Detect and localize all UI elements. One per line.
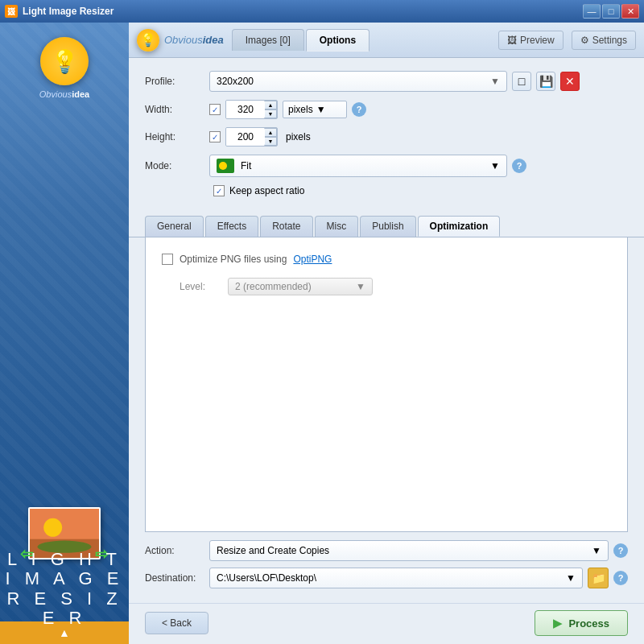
sidebar: 💡 Obviousidea ⇦ ⇨ bbox=[0, 23, 129, 644]
header: 💡 Obviousidea Images [0] Options 🖼 Previ… bbox=[129, 23, 644, 58]
optimize-label: Optimize PNG files using bbox=[180, 254, 287, 265]
tab-optimization[interactable]: Optimization bbox=[418, 216, 501, 237]
settings-icon: ⚙ bbox=[580, 35, 589, 46]
browse-folder-button[interactable]: 📁 bbox=[588, 568, 609, 588]
tab-general[interactable]: General bbox=[145, 216, 204, 237]
destination-input[interactable]: C:\Users\LOF\Desktop\ ▼ bbox=[209, 568, 583, 588]
tab-images[interactable]: Images [0] bbox=[232, 29, 304, 51]
tab-options[interactable]: Options bbox=[306, 29, 369, 52]
minimize-button[interactable]: — bbox=[583, 4, 601, 19]
settings-button[interactable]: ⚙ Settings bbox=[572, 31, 636, 50]
height-checkbox[interactable]: ✓ bbox=[209, 131, 221, 142]
destination-value: C:\Users\LOF\Desktop\ bbox=[217, 572, 316, 584]
height-value: 200 bbox=[237, 131, 254, 142]
header-logo: 💡 Obviousidea bbox=[137, 29, 224, 52]
level-value: 2 (recommended) bbox=[235, 281, 312, 292]
height-unit-label: pixels bbox=[286, 131, 311, 142]
dropdown-arrow-icon: ▼ bbox=[490, 76, 500, 87]
mode-thumbnail bbox=[217, 159, 234, 173]
header-logo-icon: 💡 bbox=[137, 29, 159, 52]
sidebar-logo: 💡 Obviousidea bbox=[39, 37, 89, 100]
height-spinner: ▲ ▼ bbox=[264, 128, 277, 146]
aspect-ratio-checkbox[interactable]: ✓ bbox=[213, 185, 225, 196]
destination-controls: C:\Users\LOF\Desktop\ ▼ 📁 ? bbox=[209, 568, 628, 588]
level-row: Level: 2 (recommended) ▼ bbox=[162, 278, 611, 295]
back-button[interactable]: < Back bbox=[145, 612, 208, 634]
profile-row: Profile: 320x200 ▼ □ 💾 ✕ bbox=[145, 71, 628, 92]
sidebar-text-logo: L I G H T I M A G E R E S I Z E R bbox=[0, 550, 129, 628]
header-brand: Obviousidea bbox=[164, 34, 224, 46]
width-label: Width: bbox=[145, 104, 209, 115]
optimization-panel: Optimize PNG files using OptiPNG Level: … bbox=[145, 237, 628, 532]
tab-rotate[interactable]: Rotate bbox=[260, 216, 312, 237]
tab-effects[interactable]: Effects bbox=[205, 216, 258, 237]
action-bar: < Back ▶ Process bbox=[129, 603, 644, 644]
maximize-button[interactable]: □ bbox=[602, 4, 620, 19]
brand-resizer: R E S I Z E R bbox=[0, 589, 129, 628]
preview-button[interactable]: 🖼 Preview bbox=[498, 31, 564, 50]
optipng-link[interactable]: OptiPNG bbox=[293, 254, 332, 265]
destination-help-icon[interactable]: ? bbox=[613, 571, 628, 585]
profile-controls: 320x200 ▼ □ 💾 ✕ bbox=[209, 71, 580, 92]
action-row: Action: Resize and Create Copies ▼ ? bbox=[145, 540, 628, 561]
destination-row: Destination: C:\Users\LOF\Desktop\ ▼ 📁 ? bbox=[145, 568, 628, 588]
height-down-button[interactable]: ▼ bbox=[264, 137, 277, 146]
height-up-button[interactable]: ▲ bbox=[264, 128, 277, 137]
unit-arrow-icon: ▼ bbox=[316, 104, 326, 115]
width-input[interactable]: 320 bbox=[226, 101, 265, 118]
aspect-ratio-label: Keep aspect ratio bbox=[229, 185, 304, 196]
width-unit-dropdown[interactable]: pixels ▼ bbox=[283, 101, 347, 118]
delete-profile-button[interactable]: ✕ bbox=[560, 72, 580, 91]
width-help-icon[interactable]: ? bbox=[352, 102, 366, 117]
mode-value: Fit bbox=[241, 160, 251, 171]
header-right: 🖼 Preview ⚙ Settings bbox=[498, 31, 636, 50]
new-profile-button[interactable]: □ bbox=[512, 72, 531, 91]
process-button[interactable]: ▶ Process bbox=[535, 610, 628, 636]
action-arrow-icon: ▼ bbox=[592, 545, 601, 556]
width-controls: ✓ 320 ▲ ▼ pixels ▼ ? bbox=[209, 100, 366, 119]
mode-arrow-icon: ▼ bbox=[490, 160, 500, 171]
brand-idea: idea bbox=[72, 89, 89, 99]
level-arrow-icon: ▼ bbox=[356, 281, 365, 292]
tab-misc[interactable]: Misc bbox=[315, 216, 359, 237]
optimize-png-checkbox[interactable] bbox=[162, 254, 173, 265]
mode-dropdown[interactable]: Fit ▼ bbox=[209, 155, 507, 177]
brand-image: I M A G E bbox=[0, 569, 129, 588]
preview-icon: 🖼 bbox=[507, 35, 517, 46]
destination-label: Destination: bbox=[145, 572, 209, 584]
mode-help-icon[interactable]: ? bbox=[512, 159, 526, 173]
save-profile-button[interactable]: 💾 bbox=[536, 72, 555, 91]
action-help-icon[interactable]: ? bbox=[613, 543, 628, 558]
chevron-up-icon: ▲ bbox=[59, 626, 70, 639]
width-down-button[interactable]: ▼ bbox=[264, 109, 277, 118]
action-dropdown[interactable]: Resize and Create Copies ▼ bbox=[209, 540, 609, 561]
width-row: Width: ✓ 320 ▲ ▼ pixels ▼ bbox=[145, 100, 628, 119]
app-body: 💡 Obviousidea ⇦ ⇨ bbox=[0, 23, 644, 644]
action-value: Resize and Create Copies bbox=[217, 545, 329, 556]
width-unit-value: pixels bbox=[288, 104, 313, 115]
height-input[interactable]: 200 bbox=[226, 128, 265, 146]
level-label: Level: bbox=[180, 281, 220, 292]
folder-icon: 📁 bbox=[592, 572, 605, 584]
app-icon: 🖼 bbox=[5, 5, 18, 18]
svg-point-1 bbox=[43, 518, 62, 537]
tab-publish[interactable]: Publish bbox=[360, 216, 415, 237]
width-value: 320 bbox=[237, 104, 254, 115]
save-icon: 💾 bbox=[539, 75, 553, 88]
width-up-button[interactable]: ▲ bbox=[264, 101, 277, 109]
brand-light: L I G H T bbox=[0, 550, 129, 569]
width-checkbox[interactable]: ✓ bbox=[209, 104, 221, 115]
form-area: Profile: 320x200 ▼ □ 💾 ✕ bbox=[129, 58, 644, 213]
delete-icon: ✕ bbox=[565, 75, 575, 88]
mode-row: Mode: Fit ▼ ? bbox=[145, 155, 628, 177]
profile-dropdown[interactable]: 320x200 ▼ bbox=[209, 71, 507, 92]
height-controls: ✓ 200 ▲ ▼ pixels bbox=[209, 127, 311, 147]
play-icon: ▶ bbox=[553, 617, 562, 630]
new-icon: □ bbox=[518, 75, 525, 88]
level-dropdown[interactable]: 2 (recommended) ▼ bbox=[228, 278, 373, 295]
close-button[interactable]: ✕ bbox=[621, 4, 639, 19]
window-title: Light Image Resizer bbox=[23, 6, 114, 17]
process-label: Process bbox=[568, 617, 609, 630]
height-row: Height: ✓ 200 ▲ ▼ pixels bbox=[145, 127, 628, 147]
dest-arrow-icon: ▼ bbox=[566, 572, 576, 584]
